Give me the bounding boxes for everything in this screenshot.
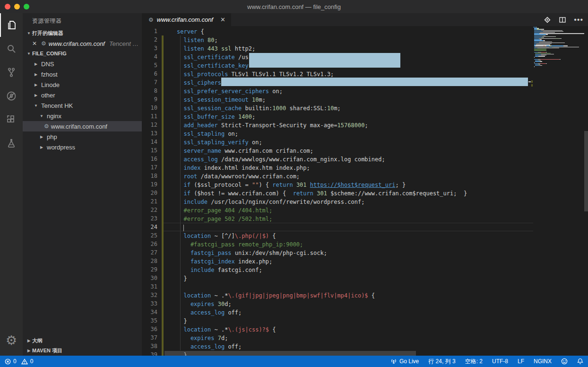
code-line[interactable]: 30 }: [142, 274, 533, 282]
activity-extensions[interactable]: [0, 108, 23, 131]
activity-test[interactable]: [0, 131, 23, 155]
activity-source-control[interactable]: [0, 61, 23, 84]
code-line[interactable]: 1server {: [142, 27, 533, 35]
broadcast-icon: [390, 358, 397, 365]
code-line[interactable]: 13 ssl_stapling on;: [142, 129, 533, 138]
minimap[interactable]: [533, 27, 584, 67]
tree-item-nginx[interactable]: ▼nginx: [23, 111, 142, 121]
code-line[interactable]: 32 location ~ .*\.(gif|jpg|jpeg|png|bmp|…: [142, 291, 533, 299]
code-line[interactable]: 20 if ($host != www.crifan.com) { return…: [142, 189, 533, 197]
code-line[interactable]: 25 location ~ [^/]\.php(/|$) {: [142, 231, 533, 240]
go-live-button[interactable]: Go Live: [390, 358, 419, 365]
tree-item-linode[interactable]: ▶Linode: [23, 79, 142, 90]
code-line[interactable]: 22 #error_page 404 /404.html;: [142, 206, 533, 214]
code-line-text: [164, 223, 533, 231]
cursor-position[interactable]: 行 24, 列 3: [428, 358, 455, 366]
code-line[interactable]: 14 ssl_stapling_verify on;: [142, 138, 533, 146]
diamond-icon[interactable]: [544, 16, 551, 24]
tree-item-label: Linode: [41, 81, 60, 88]
code-line-text: fastcgi_index index.php;: [164, 257, 533, 265]
code-line[interactable]: 21 include /usr/local/nginx/conf/rewrite…: [142, 197, 533, 206]
code-line[interactable]: 12 add_header Strict-Transport-Security …: [142, 121, 533, 129]
code-line[interactable]: 29 include fastcgi.conf;: [142, 265, 533, 274]
language-mode[interactable]: NGINX: [534, 358, 552, 365]
open-editor-item[interactable]: ✕ ⚙ www.crifan.com.conf Tencent …: [23, 38, 142, 49]
code-line[interactable]: 16 access_log /data/wwwlogs/www.crifan.c…: [142, 155, 533, 163]
line-number: 33: [142, 300, 162, 307]
window-title: www.crifan.com.conf — file_config: [247, 3, 341, 10]
horizontal-scrollbar[interactable]: [164, 351, 416, 356]
warning-count: 0: [30, 358, 34, 365]
line-number: 26: [142, 241, 162, 247]
code-line[interactable]: 10 ssl_session_cache builtin:1000 shared…: [142, 104, 533, 112]
split-editor-icon[interactable]: [559, 16, 566, 24]
code-line[interactable]: 18 root /data/wwwroot/www.crifan.com;: [142, 172, 533, 180]
code-line[interactable]: 33 expires 30d;: [142, 299, 533, 308]
line-number: 36: [142, 326, 162, 332]
code-line[interactable]: 26 #fastcgi_pass remote_php_ip:9000;: [142, 240, 533, 248]
code-line[interactable]: 6 ssl_protocols TLSv1 TLSv1.1 TLSv1.2 TL…: [142, 70, 533, 78]
code-line[interactable]: 31: [142, 282, 533, 291]
code-line[interactable]: 2 listen 80;: [142, 35, 533, 44]
code-line[interactable]: 38 access_log off;: [142, 342, 533, 350]
tree-item-tencent-hk[interactable]: ▼Tencent HK: [23, 100, 142, 111]
tree-item-dns[interactable]: ▶DNS: [23, 59, 142, 69]
tree-item-wordpress[interactable]: ▶wordpress: [23, 142, 142, 152]
indentation-setting[interactable]: 空格: 2: [465, 358, 483, 366]
chevron-right-icon: ▶: [33, 93, 39, 97]
code-line[interactable]: 17 index index.html index.htm index.php;: [142, 163, 533, 172]
tree-item-fzhost[interactable]: ▶fzhost: [23, 69, 142, 79]
code-line[interactable]: 24: [142, 223, 533, 231]
minimize-window-button[interactable]: [14, 4, 20, 9]
traffic-lights: [5, 4, 29, 9]
tree-item-www-crifan-com-conf[interactable]: ⚙www.crifan.com.conf: [23, 121, 142, 131]
code-line[interactable]: 23 #error_page 502 /502.html;: [142, 214, 533, 223]
outline-header[interactable]: ▶ 大纲: [23, 336, 142, 346]
vertical-scrollbar[interactable]: [584, 131, 588, 211]
manage-button[interactable]: ⚙: [0, 331, 23, 350]
tree-item-label: nginx: [47, 113, 61, 120]
code-line[interactable]: 27 fastcgi_pass unix:/dev/shm/php-cgi.so…: [142, 248, 533, 257]
code-line[interactable]: 15 server_name www.crifan.com crifan.com…: [142, 146, 533, 155]
text-cursor: [183, 225, 184, 231]
code-line[interactable]: 11 ssl_buffer_size 1400;: [142, 112, 533, 121]
activity-search[interactable]: [0, 37, 23, 61]
notifications-button[interactable]: [577, 358, 583, 365]
tab-www-crifan-com-conf[interactable]: ⚙ www.crifan.com.conf ✕: [142, 13, 231, 26]
tree-item-other[interactable]: ▶other: [23, 90, 142, 100]
open-editors-header[interactable]: ▼ 打开的编辑器: [23, 28, 142, 38]
feedback-button[interactable]: [561, 358, 568, 365]
code-line-text: ssl_session_timeout 10m;: [164, 95, 533, 104]
more-actions-icon[interactable]: •••: [574, 16, 583, 24]
problems-indicator[interactable]: 0 0: [5, 358, 33, 365]
file-config-header[interactable]: ▼ FILE_CONFIG: [23, 49, 142, 59]
chevron-down-icon: ▼: [26, 49, 32, 59]
close-icon[interactable]: ✕: [220, 16, 225, 23]
close-window-button[interactable]: [5, 4, 10, 9]
code-line[interactable]: 36 location ~ .*\.(js|css)?$ {: [142, 325, 533, 333]
line-number: 24: [142, 224, 162, 230]
code-line[interactable]: 9 ssl_session_timeout 10m;: [142, 95, 533, 104]
code-line[interactable]: 37 expires 7d;: [142, 333, 533, 342]
code-line-text: access_log off;: [164, 342, 533, 350]
code-line[interactable]: 35 }: [142, 316, 533, 325]
encoding-setting[interactable]: UTF-8: [492, 358, 508, 365]
activity-explorer[interactable]: [0, 13, 23, 37]
zoom-window-button[interactable]: [24, 4, 29, 9]
activity-debug[interactable]: [0, 84, 23, 108]
code-line[interactable]: 28 fastcgi_index index.php;: [142, 257, 533, 265]
code-line-text: index index.html index.htm index.php;: [164, 163, 533, 172]
line-number: 23: [142, 215, 162, 222]
close-icon[interactable]: ✕: [32, 40, 39, 47]
code-line[interactable]: 19 if ($ssl_protocol = "") { return 301 …: [142, 180, 533, 189]
code-line[interactable]: 3 listen 443 ssl http2;: [142, 44, 533, 52]
maven-header[interactable]: ▶ MAVEN 项目: [23, 346, 142, 356]
code-editor[interactable]: 1server {2 listen 80;3 listen 443 ssl ht…: [142, 26, 588, 356]
eol-setting[interactable]: LF: [518, 358, 524, 365]
code-line-text: #error_page 502 /502.html;: [164, 214, 533, 223]
code-line-text: if ($host != www.crifan.com) { return 30…: [164, 189, 533, 197]
code-line[interactable]: 8 ssl_prefer_server_ciphers on;: [142, 87, 533, 95]
tree-item-php[interactable]: ▶php: [23, 131, 142, 142]
code-line[interactable]: 34 access_log off;: [142, 308, 533, 316]
code-line-text: listen 80;: [164, 35, 533, 44]
